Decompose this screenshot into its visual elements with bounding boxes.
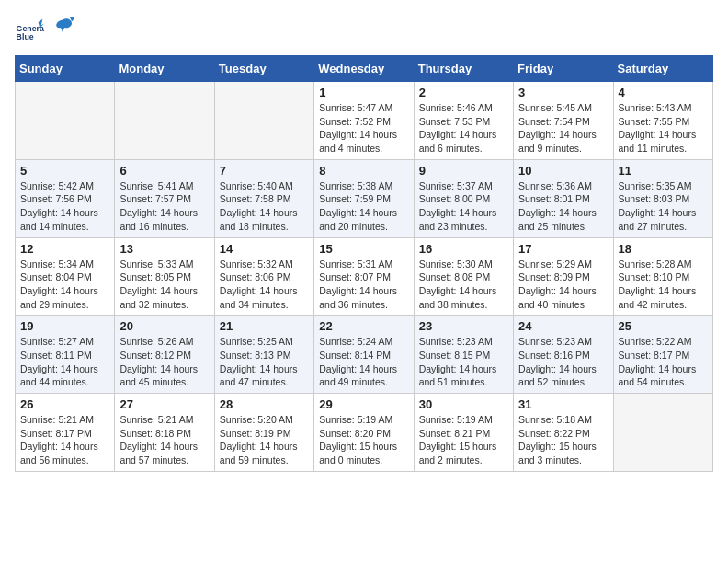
day-number: 13 <box>119 242 209 256</box>
calendar-cell: 9Sunrise: 5:37 AM Sunset: 8:00 PM Daylig… <box>414 159 513 237</box>
calendar-cell: 19Sunrise: 5:27 AM Sunset: 8:11 PM Dayli… <box>16 316 115 394</box>
day-info: Sunrise: 5:18 AM Sunset: 8:22 PM Dayligh… <box>518 413 608 467</box>
calendar-cell: 24Sunrise: 5:23 AM Sunset: 8:16 PM Dayli… <box>514 316 613 394</box>
day-number: 2 <box>419 86 508 99</box>
day-info: Sunrise: 5:43 AM Sunset: 7:55 PM Dayligh… <box>619 101 708 155</box>
day-number: 19 <box>20 319 109 333</box>
day-number: 14 <box>220 242 309 256</box>
day-info: Sunrise: 5:35 AM Sunset: 8:03 PM Dayligh… <box>619 179 708 234</box>
day-number: 25 <box>619 319 708 333</box>
calendar-week-row: 5Sunrise: 5:42 AM Sunset: 7:56 PM Daylig… <box>16 159 713 237</box>
calendar-cell: 20Sunrise: 5:26 AM Sunset: 8:12 PM Dayli… <box>115 316 214 394</box>
day-info: Sunrise: 5:24 AM Sunset: 8:14 PM Dayligh… <box>319 335 408 389</box>
day-number: 9 <box>419 164 508 178</box>
calendar-cell: 27Sunrise: 5:21 AM Sunset: 8:18 PM Dayli… <box>115 394 214 472</box>
day-number: 12 <box>20 242 109 256</box>
day-number: 23 <box>419 319 508 333</box>
calendar-cell: 5Sunrise: 5:42 AM Sunset: 7:56 PM Daylig… <box>16 159 115 237</box>
calendar-cell: 13Sunrise: 5:33 AM Sunset: 8:05 PM Dayli… <box>115 237 214 316</box>
day-number: 4 <box>619 86 708 99</box>
day-info: Sunrise: 5:36 AM Sunset: 8:01 PM Dayligh… <box>518 179 608 234</box>
day-info: Sunrise: 5:25 AM Sunset: 8:13 PM Dayligh… <box>220 335 309 389</box>
calendar-cell: 2Sunrise: 5:46 AM Sunset: 7:53 PM Daylig… <box>414 82 513 160</box>
day-info: Sunrise: 5:21 AM Sunset: 8:17 PM Dayligh… <box>20 413 109 467</box>
header: General Blue <box>15 15 713 44</box>
calendar-cell: 23Sunrise: 5:23 AM Sunset: 8:15 PM Dayli… <box>414 316 513 394</box>
day-info: Sunrise: 5:46 AM Sunset: 7:53 PM Dayligh… <box>419 101 508 155</box>
day-number: 30 <box>419 397 508 411</box>
bird-icon <box>53 16 74 36</box>
day-number: 16 <box>419 242 508 256</box>
day-number: 27 <box>119 397 209 411</box>
calendar-cell: 15Sunrise: 5:31 AM Sunset: 8:07 PM Dayli… <box>314 237 414 316</box>
day-info: Sunrise: 5:26 AM Sunset: 8:12 PM Dayligh… <box>119 335 209 389</box>
logo: General Blue <box>15 15 74 44</box>
day-info: Sunrise: 5:20 AM Sunset: 8:19 PM Dayligh… <box>220 413 309 467</box>
day-number: 11 <box>619 164 708 178</box>
calendar-cell: 12Sunrise: 5:34 AM Sunset: 8:04 PM Dayli… <box>16 237 115 316</box>
calendar-cell: 10Sunrise: 5:36 AM Sunset: 8:01 PM Dayli… <box>514 159 613 237</box>
day-info: Sunrise: 5:47 AM Sunset: 7:52 PM Dayligh… <box>319 101 408 155</box>
svg-text:Blue: Blue <box>17 32 34 41</box>
calendar-week-row: 19Sunrise: 5:27 AM Sunset: 8:11 PM Dayli… <box>16 316 713 394</box>
header-friday: Friday <box>514 56 613 82</box>
day-number: 22 <box>319 319 408 333</box>
day-info: Sunrise: 5:23 AM Sunset: 8:15 PM Dayligh… <box>419 335 508 389</box>
day-info: Sunrise: 5:34 AM Sunset: 8:04 PM Dayligh… <box>20 258 109 312</box>
day-info: Sunrise: 5:27 AM Sunset: 8:11 PM Dayligh… <box>20 335 109 389</box>
day-number: 24 <box>518 319 608 333</box>
day-number: 31 <box>518 397 608 411</box>
day-info: Sunrise: 5:21 AM Sunset: 8:18 PM Dayligh… <box>119 413 209 467</box>
day-number: 18 <box>619 242 708 256</box>
calendar-cell <box>214 82 313 160</box>
calendar-week-row: 1Sunrise: 5:47 AM Sunset: 7:52 PM Daylig… <box>16 82 713 160</box>
calendar-cell: 3Sunrise: 5:45 AM Sunset: 7:54 PM Daylig… <box>514 82 613 160</box>
day-number: 6 <box>119 164 209 178</box>
calendar-cell: 7Sunrise: 5:40 AM Sunset: 7:58 PM Daylig… <box>214 159 313 237</box>
day-number: 17 <box>518 242 608 256</box>
day-info: Sunrise: 5:38 AM Sunset: 7:59 PM Dayligh… <box>319 179 408 234</box>
day-number: 20 <box>119 319 209 333</box>
day-info: Sunrise: 5:40 AM Sunset: 7:58 PM Dayligh… <box>220 179 309 234</box>
calendar-cell: 28Sunrise: 5:20 AM Sunset: 8:19 PM Dayli… <box>214 394 313 472</box>
day-info: Sunrise: 5:32 AM Sunset: 8:06 PM Dayligh… <box>220 258 309 312</box>
calendar-cell: 1Sunrise: 5:47 AM Sunset: 7:52 PM Daylig… <box>314 82 414 160</box>
header-thursday: Thursday <box>414 56 513 82</box>
calendar-cell <box>115 82 214 160</box>
day-info: Sunrise: 5:22 AM Sunset: 8:17 PM Dayligh… <box>619 335 708 389</box>
calendar-table: SundayMondayTuesdayWednesdayThursdayFrid… <box>15 55 713 472</box>
calendar-cell: 30Sunrise: 5:19 AM Sunset: 8:21 PM Dayli… <box>414 394 513 472</box>
calendar-cell: 11Sunrise: 5:35 AM Sunset: 8:03 PM Dayli… <box>613 159 712 237</box>
calendar-cell <box>16 82 115 160</box>
calendar-week-row: 12Sunrise: 5:34 AM Sunset: 8:04 PM Dayli… <box>16 237 713 316</box>
day-number: 10 <box>518 164 608 178</box>
logo-icon: General Blue <box>15 15 44 44</box>
header-saturday: Saturday <box>613 56 712 82</box>
header-tuesday: Tuesday <box>214 56 313 82</box>
day-number: 5 <box>20 164 109 178</box>
day-number: 29 <box>319 397 408 411</box>
day-info: Sunrise: 5:37 AM Sunset: 8:00 PM Dayligh… <box>419 179 508 234</box>
day-info: Sunrise: 5:31 AM Sunset: 8:07 PM Dayligh… <box>319 258 408 312</box>
calendar-cell: 6Sunrise: 5:41 AM Sunset: 7:57 PM Daylig… <box>115 159 214 237</box>
day-number: 26 <box>20 397 109 411</box>
calendar-cell: 16Sunrise: 5:30 AM Sunset: 8:08 PM Dayli… <box>414 237 513 316</box>
day-number: 21 <box>220 319 309 333</box>
day-info: Sunrise: 5:29 AM Sunset: 8:09 PM Dayligh… <box>518 258 608 312</box>
calendar-cell: 17Sunrise: 5:29 AM Sunset: 8:09 PM Dayli… <box>514 237 613 316</box>
header-wednesday: Wednesday <box>314 56 414 82</box>
calendar-cell <box>613 394 712 472</box>
calendar-week-row: 26Sunrise: 5:21 AM Sunset: 8:17 PM Dayli… <box>16 394 713 472</box>
calendar-cell: 31Sunrise: 5:18 AM Sunset: 8:22 PM Dayli… <box>514 394 613 472</box>
calendar-cell: 8Sunrise: 5:38 AM Sunset: 7:59 PM Daylig… <box>314 159 414 237</box>
calendar-header-row: SundayMondayTuesdayWednesdayThursdayFrid… <box>16 56 713 82</box>
calendar-cell: 29Sunrise: 5:19 AM Sunset: 8:20 PM Dayli… <box>314 394 414 472</box>
day-info: Sunrise: 5:33 AM Sunset: 8:05 PM Dayligh… <box>119 258 209 312</box>
day-number: 8 <box>319 164 408 178</box>
day-info: Sunrise: 5:19 AM Sunset: 8:21 PM Dayligh… <box>419 413 508 467</box>
day-info: Sunrise: 5:45 AM Sunset: 7:54 PM Dayligh… <box>518 101 608 155</box>
day-info: Sunrise: 5:30 AM Sunset: 8:08 PM Dayligh… <box>419 258 508 312</box>
day-info: Sunrise: 5:19 AM Sunset: 8:20 PM Dayligh… <box>319 413 408 467</box>
day-number: 28 <box>220 397 309 411</box>
calendar-cell: 26Sunrise: 5:21 AM Sunset: 8:17 PM Dayli… <box>16 394 115 472</box>
